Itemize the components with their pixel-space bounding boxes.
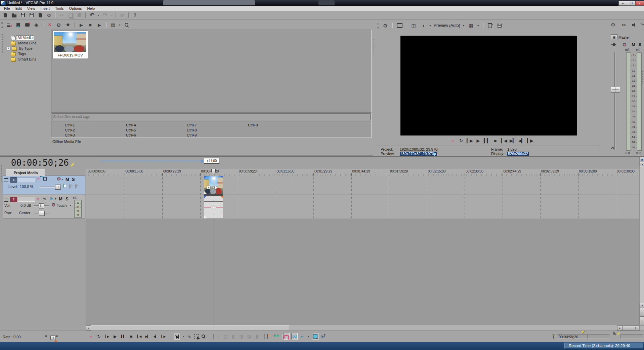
zoom-out-track-button[interactable]: − [640,308,644,317]
auto-preview-button[interactable]: ▶ [96,22,103,28]
phase-dropdown[interactable]: ▾ [54,197,57,200]
undo-dropdown[interactable]: ▾ [97,14,100,17]
rate-scrub-right-icon[interactable]: ▸▸ [56,334,58,338]
record-button[interactable]: ● [450,138,456,144]
video-track-row[interactable] [86,176,639,194]
audio-track-row[interactable] [86,195,639,219]
trim-button[interactable]: ◫ [223,333,229,340]
preview-quality-label[interactable]: Preview (Auto) [434,23,460,28]
insert-region-button[interactable] [273,333,279,340]
extract-audio-from-cd-button[interactable]: ◉ [33,22,40,28]
tab-project-media[interactable]: Project Media [6,169,45,176]
close-dock-icon[interactable]: × [377,22,379,26]
track-mute-button[interactable]: M [59,196,62,201]
views-button[interactable]: ▤ [109,22,117,28]
timeline-time-display[interactable]: 00:00:50;26 [0,158,69,168]
save-as-button[interactable] [28,12,35,18]
selection-edit-tool-button[interactable] [194,333,199,340]
scroll-up-button[interactable]: ▴ [640,162,644,167]
auto-ripple-dropdown[interactable]: ▾ [307,333,310,340]
dock-grip[interactable] [2,34,4,53]
track-solo-button[interactable]: S [72,177,75,182]
undo-button[interactable]: ↶ [88,12,96,18]
trim-start-button[interactable]: ◧ [231,333,237,340]
volume-slider-knob[interactable] [39,203,44,208]
track-list-grip[interactable] [1,164,2,182]
split-screen-view-button[interactable]: ◫ [410,23,417,29]
tag-edit-input[interactable] [52,113,371,120]
preview-quality-label-dropdown[interactable]: ▾ [462,24,465,27]
scrollbar-thumb[interactable] [91,325,289,330]
track-name-field[interactable] [18,197,35,202]
copy-snapshot-button[interactable] [486,23,494,29]
menu-options[interactable]: Options [67,6,85,10]
close-dock-icon[interactable]: × [1,22,3,25]
views-dropdown[interactable]: ▾ [118,24,121,27]
automation-settings-button[interactable]: ⚙ [57,177,61,181]
media-list-area[interactable]: FHD0019.MOV [51,30,372,112]
audio-track-badge[interactable]: 2 [10,197,17,202]
master-fader-track[interactable] [614,52,616,150]
copy-button[interactable] [67,12,74,18]
make-compositing-parent-button[interactable] [75,184,77,188]
video-preview-screen[interactable] [400,36,577,135]
search-media-bins-button[interactable] [123,22,130,28]
loop-playback-button[interactable]: ↻ [96,333,102,340]
automation-settings-button[interactable]: ⚙ [51,202,56,207]
master-bus-window-button[interactable]: ▣ [611,34,617,40]
save-snapshot-button[interactable] [496,23,503,29]
stop-button[interactable]: ■ [492,138,498,144]
tree-item-smart-bins[interactable]: Smart Bins [11,56,37,62]
menu-file[interactable]: File [1,6,13,10]
title-bar[interactable]: Untitled * - VEGAS Pro 14.0 – ❐ × [0,0,644,6]
split-button[interactable]: × [215,333,221,340]
slip-button[interactable]: ◪ [246,333,252,340]
paste-button[interactable] [76,12,83,18]
selection-length-field[interactable] [620,334,643,339]
preview-quality-dropdown[interactable]: ▾ [429,24,432,27]
menu-help[interactable]: Help [84,6,97,10]
bypass-motion-blur-button[interactable] [37,177,37,181]
master-mute-button[interactable]: M [632,42,635,47]
close-button[interactable]: × [635,1,644,6]
normal-edit-tool-button[interactable] [174,333,180,340]
pause-button[interactable]: ▍▍ [120,333,126,340]
project-properties-button[interactable]: ⚙ [45,12,53,18]
preview-quality-icon-button[interactable]: ◑ [419,23,427,29]
pan-slider-knob[interactable] [39,211,45,216]
dock-splitter[interactable] [373,39,375,54]
fade-corner[interactable] [204,216,207,219]
fade-corner[interactable] [204,191,207,194]
time-ruler[interactable]: 00:00:00;0000:00:15;0000:00:29;2900:00:4… [86,168,639,176]
overlays-dropdown[interactable]: ▾ [477,24,480,27]
level-slider[interactable] [40,187,60,188]
previous-frame-button[interactable]: ◀▎ [518,138,524,144]
go-to-end-button[interactable]: ▶▎ [510,138,516,144]
pause-button[interactable]: ▍▍ [484,138,490,144]
go-to-end-button[interactable]: ▶▎ [144,333,150,340]
record-button[interactable]: ● [88,333,94,340]
track-mute-button[interactable]: M [66,177,69,182]
scroll-down-button[interactable]: ▾ [640,303,644,308]
next-frame-button[interactable]: ▎▶ [527,138,533,144]
menu-edit[interactable]: Edit [13,6,25,10]
track-solo-button[interactable]: S [66,196,69,201]
level-slider-knob[interactable] [55,185,61,190]
stop-button[interactable]: ■ [128,333,134,340]
mixer-properties-button[interactable]: ⚙ [609,22,617,28]
external-monitor-button[interactable] [396,23,403,29]
start-preview-button[interactable]: ▶ [78,22,85,28]
pan-slider[interactable] [34,213,49,214]
menu-tools[interactable]: Tools [52,6,67,10]
automation-mode-dropdown[interactable]: ▾ [69,204,72,207]
loop-playback-button[interactable]: ↻ [458,138,464,144]
selection-start-field[interactable] [587,334,610,339]
render-as-button[interactable] [37,12,44,18]
remove-all-unused-media-button[interactable] [5,22,13,28]
enable-snapping-button[interactable] [283,333,290,340]
tree-item-tags[interactable]: Tags [11,51,27,56]
automation-settings-button[interactable]: ⚙ [621,41,628,48]
volume-slider[interactable] [34,205,49,206]
rate-scrub-left-icon[interactable]: ◂◂ [44,334,46,338]
video-track-header[interactable]: 1 ⚙ ▾ M S Level: 100,0 % [3,176,85,194]
